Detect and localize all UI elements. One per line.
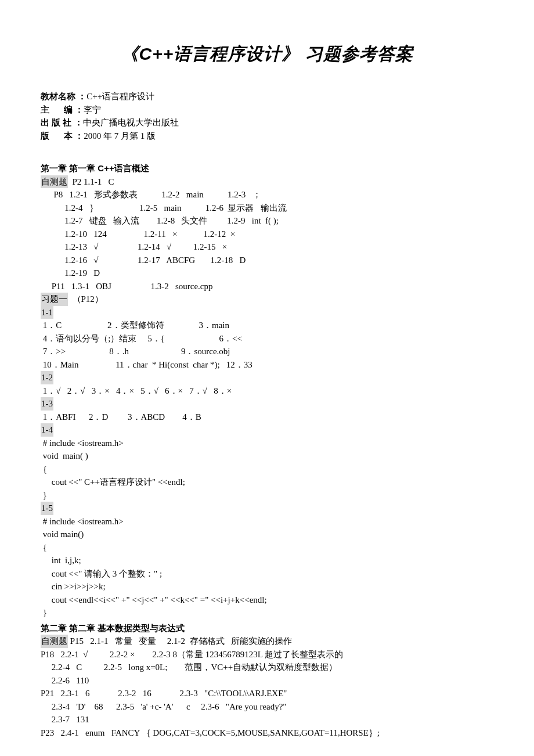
- ch2-content: P18 2.2-1 √ 2.2-2 × 2.2-3 8（常量 123456789…: [41, 648, 493, 740]
- s1-5-label: 1-5: [41, 502, 53, 515]
- ch1-p8-block: P8 1.2-1 形式参数表 1.2-2 main 1.2-3 ； 1.2-4 …: [41, 188, 493, 293]
- meta-editor: 主 编 ：李宁: [41, 103, 493, 117]
- meta-name-value: C++语言程序设计: [86, 92, 154, 101]
- s1-4-code: # include <iostream.h> void main( ) { co…: [41, 437, 493, 502]
- s1-1-label-row: 1-1: [41, 306, 493, 319]
- s1-3-content: 1．ABFI 2．D 3．ABCD 4．B: [41, 411, 493, 424]
- exercise1-row: 习题一 （P12）: [41, 293, 493, 306]
- ch2-line1-rest: P15 2.1-1 常量 变量 2.1-2 存储格式 所能实施的操作: [68, 636, 292, 646]
- meta-editor-label: 主 编 ：: [41, 105, 84, 114]
- ch1-selftest-row: 自测题 P2 1.1-1 C: [41, 175, 493, 189]
- s1-4-label: 1-4: [41, 423, 53, 437]
- exercise1-label: 习题一: [41, 293, 68, 306]
- s1-4-label-row: 1-4: [41, 423, 493, 437]
- meta-editor-value: 李宁: [84, 105, 101, 114]
- s1-3-label-row: 1-3: [41, 397, 493, 411]
- meta-publisher: 出 版 社 ：中央广播电视大学出版社: [41, 116, 493, 129]
- meta-publisher-value: 中央广播电视大学出版社: [83, 118, 179, 127]
- meta-name: 教材名称 ：C++语言程序设计: [41, 90, 493, 103]
- s1-3-label: 1-3: [41, 397, 53, 411]
- metadata-block: 教材名称 ：C++语言程序设计 主 编 ：李宁 出 版 社 ：中央广播电视大学出…: [41, 90, 493, 142]
- chapter2-heading: 第二章 第二章 基本数据类型与表达式: [41, 622, 493, 635]
- s1-2-content: 1．√ 2．√ 3．× 4．× 5．√ 6．× 7．√ 8．×: [41, 384, 493, 398]
- s1-5-label-row: 1-5: [41, 502, 493, 515]
- chapter1-heading: 第一章 第一章 C++语言概述: [41, 162, 493, 175]
- meta-edition-label: 版 本 ：: [41, 131, 84, 141]
- meta-edition-value: 2000 年 7 月第 1 版: [84, 131, 156, 141]
- ch2-selftest-label: 自测题: [41, 635, 68, 648]
- s1-5-code: # include <iostream.h> void main() { int…: [41, 515, 493, 620]
- page-title: 《C++语言程序设计》 习题参考答案: [41, 41, 493, 67]
- meta-publisher-label: 出 版 社 ：: [41, 117, 83, 127]
- meta-edition: 版 本 ：2000 年 7 月第 1 版: [41, 129, 493, 143]
- ch2-selftest-row: 自测题 P15 2.1-1 常量 变量 2.1-2 存储格式 所能实施的操作: [41, 635, 493, 648]
- s1-1-content: 1．C 2．类型修饰符 3．main 4．语句以分号（;）结束 5．{ 6．<<…: [41, 319, 493, 371]
- s1-2-label-row: 1-2: [41, 371, 493, 384]
- s1-2-label: 1-2: [41, 371, 53, 384]
- exercise1-paren: （P12）: [68, 294, 103, 304]
- selftest-label: 自测题: [41, 175, 68, 189]
- s1-1-label: 1-1: [41, 306, 53, 319]
- meta-name-label: 教材名称 ：: [41, 91, 86, 101]
- selftest-p2: P2 1.1-1 C: [68, 177, 114, 186]
